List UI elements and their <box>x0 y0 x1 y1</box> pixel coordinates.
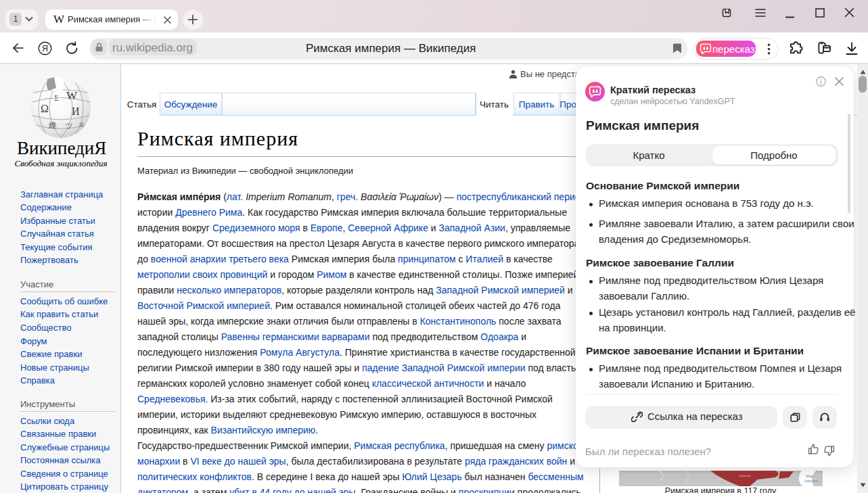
svg-text:Internum: Internum <box>804 479 818 483</box>
svg-text:И: И <box>72 105 80 117</box>
svg-text:Mare: Mare <box>806 474 814 478</box>
svg-text:Я: Я <box>42 44 48 53</box>
svg-text:ツ: ツ <box>65 121 73 131</box>
svg-text:Ω: Ω <box>41 103 49 114</box>
svg-text:Σ: Σ <box>54 93 59 103</box>
svg-text:Я: Я <box>79 121 84 128</box>
svg-text:Imperium: Imperium <box>739 474 751 477</box>
svg-text:維: 維 <box>49 120 57 130</box>
svg-text:W: W <box>66 89 78 102</box>
